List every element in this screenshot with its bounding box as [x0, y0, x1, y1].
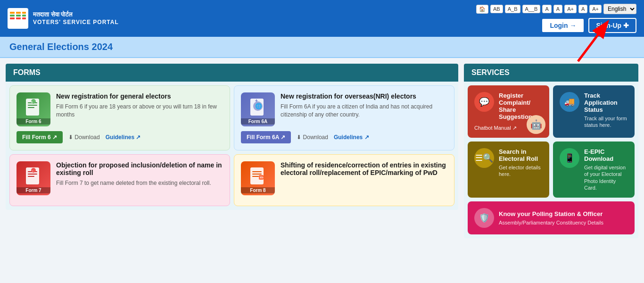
form6a-description: Fill Form 6A if you are a citizen of Ind… — [281, 103, 447, 119]
svg-rect-9 — [22, 12, 26, 14]
e-epic-content: 📱 E-EPIC Download Get digital version of… — [560, 148, 628, 191]
form6a-card: 🌐 + Form 6A New registration for oversea… — [234, 85, 454, 150]
track-application-content: 🚚 Track Application Status Track all you… — [560, 92, 628, 129]
polling-icon: 🛡️ — [474, 208, 494, 228]
font-a-plus2-btn[interactable]: A+ — [589, 5, 602, 13]
svg-text:-: - — [32, 168, 33, 173]
form6-actions: Fill Form 6 ↗ ⬇ Download Guidelines ↗ — [17, 131, 223, 143]
register-complaint-card[interactable]: 💬 Register Complaint/ Share Suggestion 🤖… — [468, 85, 549, 138]
svg-text:✏: ✏ — [260, 175, 264, 180]
svg-rect-7 — [16, 15, 21, 17]
services-section: SERVICES 💬 Register Complaint/ Share Sug… — [464, 64, 638, 238]
election-banner-title: General Elections 2024 — [9, 42, 635, 52]
eci-logo-icon — [8, 8, 28, 29]
guidelines-form6-button[interactable]: Guidelines ↗ — [106, 134, 141, 141]
epic-title: E-EPIC Download — [584, 148, 628, 162]
track-icon: 🚚 — [560, 92, 579, 112]
font-a2-btn[interactable]: A — [553, 5, 562, 13]
contrast-ab-btn[interactable]: AB — [490, 5, 503, 13]
form7-info: Objection for proposed inclusion/deletio… — [56, 161, 223, 187]
track-application-card[interactable]: 🚚 Track Application Status Track all you… — [553, 85, 635, 138]
font-a-plus-btn[interactable]: A+ — [564, 5, 577, 13]
header-brand: मतदाता सेवा पोर्टल VOTERS' SERVICE PORTA… — [8, 8, 119, 29]
epic-icon: 📱 — [560, 148, 579, 168]
know-polling-card[interactable]: 🛡️ Know your Polling Station & Officer A… — [468, 201, 635, 234]
signup-button[interactable]: Sign-Up ✚ — [588, 18, 636, 33]
form6a-icon: 🌐 + Form 6A — [241, 92, 275, 126]
e-epic-card[interactable]: 📱 E-EPIC Download Get digital version of… — [553, 142, 635, 198]
svg-rect-10 — [22, 15, 26, 17]
track-text: Track Application Status Track all your … — [584, 92, 628, 129]
fill-form6-button[interactable]: Fill Form 6 ↗ — [17, 131, 63, 143]
forms-section-header: FORMS — [6, 64, 458, 82]
form8-title: Shifting of residence/correction of entr… — [281, 161, 447, 176]
form7-description: Fill Form 7 to get name deleted from the… — [56, 179, 223, 187]
header-title-block: मतदाता सेवा पोर्टल VOTERS' SERVICE PORTA… — [33, 11, 119, 26]
polling-title: Know your Polling Station & Officer — [499, 210, 603, 217]
form6-description: Fill Form 6 if you are 18 years or above… — [56, 103, 223, 119]
form6-card-top: + Form 6 New registration for general el… — [17, 92, 223, 126]
header-english-title: VOTERS' SERVICE PORTAL — [33, 19, 119, 26]
form8-icon: ✏ Form 8 — [241, 161, 275, 195]
form6a-card-top: 🌐 + Form 6A New registration for oversea… — [241, 92, 447, 126]
guidelines-form6a-button[interactable]: Guidelines ↗ — [334, 134, 369, 141]
form6-title: New registration for general electors — [56, 92, 223, 100]
font-a3-btn[interactable]: A — [578, 5, 587, 13]
epic-description: Get digital version of your Electoral Ph… — [584, 164, 628, 191]
search-electoral-description: Get elector details here. — [499, 164, 543, 178]
form6a-actions: Fill Form 6A ↗ ⬇ Download Guidelines ↗ — [241, 131, 447, 143]
form6a-title: New registration for overseas(NRI) elect… — [281, 92, 447, 100]
polling-description: Assembly/Parliamentary Constituency Deta… — [499, 219, 603, 226]
main-content: FORMS + Form 6 — [0, 58, 644, 244]
contrast-a-b-btn[interactable]: A_B — [505, 5, 520, 13]
forms-section: FORMS + Form 6 — [6, 64, 458, 238]
download-form6a-button[interactable]: ⬇ Download — [297, 134, 328, 141]
services-section-header: SERVICES — [464, 64, 638, 82]
form7-icon: - Form 7 — [17, 161, 50, 195]
svg-rect-5 — [10, 17, 15, 19]
track-description: Track all your form status here. — [584, 115, 628, 129]
header-hindi-title: मतदाता सेवा पोर्टल — [33, 11, 119, 19]
form7-title: Objection for proposed inclusion/deletio… — [56, 161, 223, 176]
language-selector[interactable]: English हिंदी — [603, 4, 636, 14]
svg-text:+: + — [255, 98, 258, 103]
svg-rect-25 — [28, 176, 34, 177]
login-button[interactable]: Login → — [541, 18, 585, 33]
svg-rect-29 — [252, 171, 262, 172]
complaint-icon: 💬 — [474, 92, 494, 112]
download-form6-button[interactable]: ⬇ Download — [68, 134, 100, 141]
fill-form6a-button[interactable]: Fill Form 6A ↗ — [241, 131, 291, 143]
search-electoral-title: Search in Electoral Roll — [499, 148, 543, 162]
know-polling-content: 🛡️ Know your Polling Station & Officer A… — [474, 208, 628, 228]
search-electoral-card[interactable]: ☰🔍 Search in Electoral Roll Get elector … — [468, 142, 549, 198]
svg-rect-30 — [252, 174, 262, 175]
forms-grid: + Form 6 New registration for general el… — [6, 82, 458, 210]
svg-rect-6 — [16, 12, 21, 14]
svg-rect-8 — [16, 17, 21, 19]
epic-text: E-EPIC Download Get digital version of y… — [584, 148, 628, 191]
chatbot-avatar: 🤖 — [527, 115, 545, 134]
font-a-btn[interactable]: A — [542, 5, 551, 13]
header-controls: 🏠 AB A_B A__B A A A+ A A+ English हिंदी … — [476, 4, 636, 33]
form8-info: Shifting of residence/correction of entr… — [281, 161, 447, 179]
form6-icon: + Form 6 — [17, 92, 50, 126]
form7-card-top: - Form 7 Objection for proposed inclusio… — [17, 161, 223, 195]
form6-card: + Form 6 New registration for general el… — [9, 85, 230, 150]
track-title: Track Application Status — [584, 92, 628, 113]
election-banner: General Elections 2024 — [0, 37, 644, 58]
form6-info: New registration for general electors Fi… — [56, 92, 223, 119]
services-grid: 💬 Register Complaint/ Share Suggestion 🤖… — [464, 82, 638, 238]
home-icon-btn[interactable]: 🏠 — [476, 5, 488, 14]
form6a-info: New registration for overseas(NRI) elect… — [281, 92, 447, 119]
auth-buttons: Login → Sign-Up ✚ — [541, 18, 636, 33]
contrast-a--b-btn[interactable]: A__B — [522, 5, 541, 13]
svg-rect-4 — [10, 15, 15, 17]
search-electoral-content: ☰🔍 Search in Electoral Roll Get elector … — [474, 148, 543, 178]
svg-text:+: + — [31, 100, 33, 104]
form8-card-top: ✏ Form 8 Shifting of residence/correctio… — [241, 161, 447, 195]
accessibility-bar: 🏠 AB A_B A__B A A A+ A A+ English हिंदी — [476, 4, 636, 14]
search-electoral-text: Search in Electoral Roll Get elector det… — [499, 148, 543, 178]
form8-card: ✏ Form 8 Shifting of residence/correctio… — [234, 154, 454, 206]
site-header: मतदाता सेवा पोर्टल VOTERS' SERVICE PORTA… — [0, 0, 644, 37]
svg-text:🌐: 🌐 — [255, 102, 262, 109]
